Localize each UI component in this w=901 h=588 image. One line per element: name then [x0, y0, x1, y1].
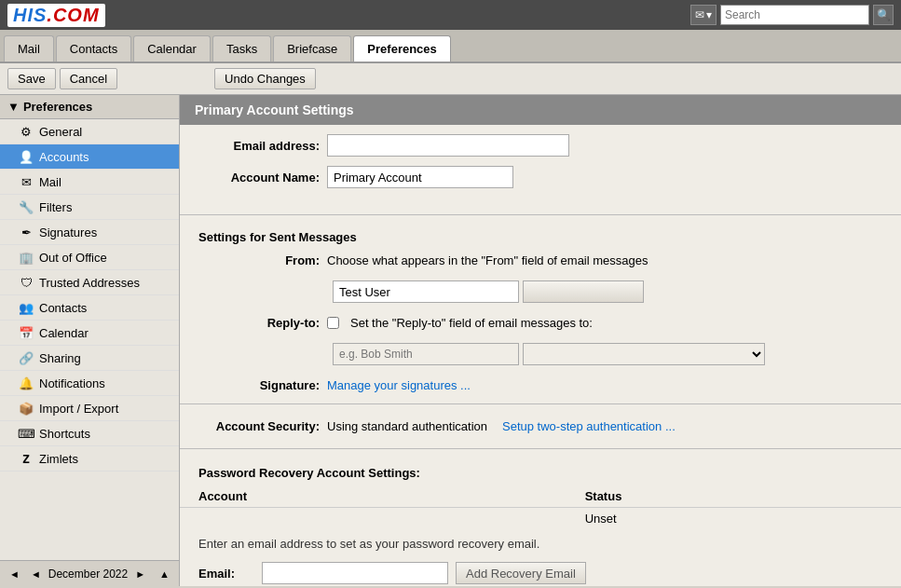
email-address-row: Email address: [198, 134, 882, 157]
recovery-account-cell [180, 508, 567, 530]
recovery-table: Account Status Unset [180, 485, 901, 529]
next-month-button[interactable]: ► [131, 567, 149, 581]
prev-month-button[interactable]: ◄ [6, 567, 23, 581]
sharing-icon: 🔗 [19, 350, 34, 365]
sidebar-footer: ◄ ◄ December 2022 ► ▲ [0, 560, 179, 586]
reply-to-row: Reply-to: Set the "Reply-to" field of em… [180, 312, 901, 334]
sidebar-label-sharing: Sharing [39, 351, 81, 365]
signature-label: Signature: [198, 378, 320, 392]
notifications-icon: 🔔 [19, 376, 34, 390]
calendar-icon: 📅 [19, 325, 34, 340]
signatures-icon: ✒ [19, 225, 34, 239]
sidebar-item-import-export[interactable]: 📦 Import / Export [0, 396, 179, 421]
recovery-email-row: Email: Add Recovery Email [180, 558, 901, 586]
sidebar-label-mail: Mail [39, 175, 61, 189]
collapse-icon: ▼ [7, 100, 20, 114]
recovery-table-row: Unset [180, 508, 901, 530]
sidebar-label-calendar: Calendar [39, 326, 89, 340]
sidebar-item-sharing[interactable]: 🔗 Sharing [0, 346, 179, 371]
general-icon: ⚙ [19, 124, 34, 139]
search-button[interactable]: 🔍 [873, 5, 894, 25]
reply-email-select[interactable] [523, 343, 765, 365]
password-recovery-section: Password Recovery Account Settings: Acco… [180, 457, 901, 586]
sidebar-item-notifications[interactable]: 🔔 Notifications [0, 371, 179, 396]
manage-signatures-link[interactable]: Manage your signatures ... [327, 378, 471, 392]
account-col-header: Account [180, 485, 567, 508]
from-email-button[interactable] [523, 280, 644, 303]
reply-to-checkbox[interactable] [327, 317, 339, 329]
sidebar-item-zimlets[interactable]: Z Zimlets [0, 446, 179, 472]
tab-briefcase[interactable]: Briefcase [273, 35, 351, 62]
zimlets-icon: Z [19, 451, 34, 466]
expand-calendar-button[interactable]: ▲ [156, 567, 173, 581]
dropdown-arrow: ▾ [706, 8, 712, 21]
email-address-input[interactable] [327, 134, 569, 157]
recovery-description: Enter an email address to set as your pa… [180, 529, 901, 558]
tab-mail[interactable]: Mail [4, 35, 54, 62]
section-header: Primary Account Settings [180, 95, 901, 125]
reply-to-label: Reply-to: [198, 316, 320, 330]
from-row: From: Choose what appears in the "From" … [180, 250, 901, 271]
sidebar-item-filters[interactable]: 🔧 Filters [0, 195, 179, 220]
recovery-email-input[interactable] [262, 562, 448, 584]
sidebar-section-header[interactable]: ▼ Preferences [0, 95, 179, 119]
sidebar-item-general[interactable]: ⚙ General [0, 119, 179, 144]
cancel-button[interactable]: Cancel [60, 68, 117, 89]
sidebar-item-contacts[interactable]: 👥 Contacts [0, 295, 179, 321]
undo-changes-button[interactable]: Undo Changes [214, 68, 316, 89]
security-row: Account Security: Using standard authent… [180, 412, 901, 441]
reply-name-input[interactable] [333, 343, 519, 365]
sidebar-item-trusted-addresses[interactable]: 🛡 Trusted Addresses [0, 270, 179, 295]
save-button[interactable]: Save [7, 68, 56, 89]
sidebar-label-contacts: Contacts [39, 301, 87, 315]
search-input[interactable] [720, 5, 869, 25]
toolbar: Save Cancel Undo Changes [0, 63, 901, 95]
from-input-row [180, 277, 901, 307]
sidebar-label-filters: Filters [39, 200, 72, 214]
content-area: Primary Account Settings Email address: … [180, 95, 901, 586]
primary-account-form: Email address: Account Name: [180, 125, 901, 207]
accounts-icon: 👤 [19, 149, 34, 164]
sidebar-item-mail[interactable]: ✉ Mail [0, 170, 179, 195]
tab-tasks[interactable]: Tasks [212, 35, 271, 62]
security-label: Account Security: [198, 419, 320, 433]
account-name-input[interactable] [327, 166, 513, 188]
setup-two-step-link[interactable]: Setup two-step authentication ... [502, 419, 676, 433]
sidebar-label-general: General [39, 125, 82, 139]
sidebar-label-zimlets: Zimlets [39, 452, 78, 466]
account-name-label: Account Name: [198, 171, 320, 185]
reply-to-inputs-row [180, 339, 901, 369]
sidebar-label-import-export: Import / Export [39, 402, 118, 416]
app-logo: HIS.COM [7, 4, 105, 27]
sidebar-item-accounts[interactable]: 👤 Accounts [0, 144, 179, 170]
sidebar: ▼ Preferences ⚙ General 👤 Accounts ✉ Mai… [0, 95, 180, 586]
contacts-icon: 👥 [19, 300, 34, 315]
logo-his: HIS [13, 5, 47, 25]
nav-tabs: Mail Contacts Calendar Tasks Briefcase P… [0, 30, 901, 63]
import-export-icon: 📦 [19, 401, 34, 416]
sidebar-item-calendar[interactable]: 📅 Calendar [0, 321, 179, 346]
sidebar-item-out-of-office[interactable]: 🏢 Out of Office [0, 245, 179, 270]
tab-contacts[interactable]: Contacts [56, 35, 131, 62]
tab-preferences[interactable]: Preferences [353, 35, 450, 62]
sidebar-item-shortcuts[interactable]: ⌨ Shortcuts [0, 421, 179, 446]
mail-icon: ✉ [19, 174, 34, 189]
reply-to-checkbox-label: Set the "Reply-to" field of email messag… [350, 316, 593, 330]
email-address-label: Email address: [198, 139, 320, 153]
from-description: Choose what appears in the "From" field … [327, 253, 648, 267]
divider-1 [180, 214, 901, 215]
divider-3 [180, 448, 901, 449]
top-bar: HIS.COM ✉ ▾ 🔍 [0, 0, 901, 30]
from-name-input[interactable] [333, 280, 519, 303]
month-label: December 2022 [48, 567, 128, 581]
sidebar-section-label: Preferences [23, 100, 92, 114]
search-type-dropdown[interactable]: ✉ ▾ [690, 5, 717, 25]
recovery-status-cell: Unset [567, 508, 901, 530]
tab-calendar[interactable]: Calendar [133, 35, 211, 62]
add-recovery-email-button[interactable]: Add Recovery Email [456, 562, 586, 584]
from-label: From: [198, 253, 320, 267]
filters-icon: 🔧 [19, 199, 34, 214]
recovery-email-label: Email: [198, 567, 254, 581]
prev-month-small-button[interactable]: ◄ [27, 567, 45, 581]
sidebar-item-signatures[interactable]: ✒ Signatures [0, 220, 179, 245]
